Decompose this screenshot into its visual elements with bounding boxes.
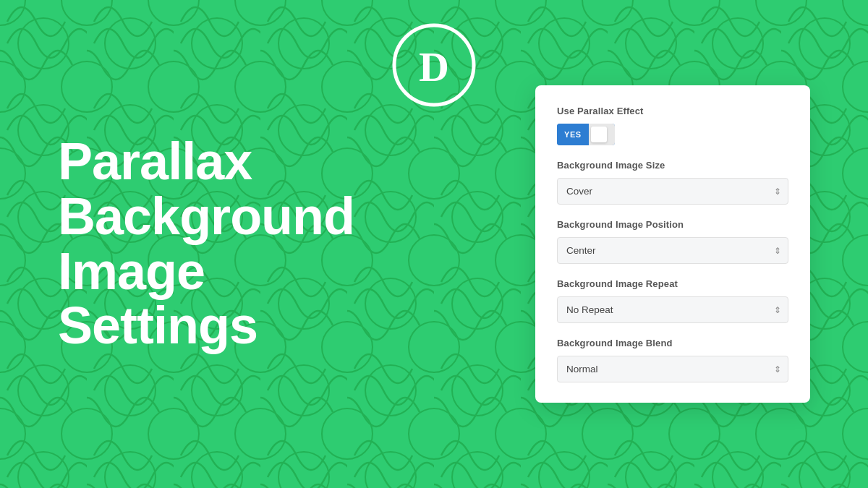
- image-repeat-label: Background Image Repeat: [557, 278, 788, 289]
- image-blend-select[interactable]: Normal Multiply Screen Overlay Darken Li…: [557, 356, 788, 382]
- image-position-select[interactable]: Center Top Left Top Center Top Right Cen…: [557, 237, 788, 264]
- title-line2: Background: [58, 187, 354, 245]
- toggle-yes-label: YES: [557, 124, 589, 145]
- left-content: Parallax Background Image Settings: [58, 134, 506, 353]
- toggle-knob: [591, 127, 607, 142]
- svg-text:D: D: [419, 43, 449, 90]
- main-title: Parallax Background Image Settings: [58, 134, 506, 353]
- image-repeat-wrapper: No Repeat Repeat Repeat-X Repeat-Y Space…: [557, 296, 788, 323]
- image-blend-wrapper: Normal Multiply Screen Overlay Darken Li…: [557, 356, 788, 382]
- image-position-wrapper: Center Top Left Top Center Top Right Cen…: [557, 237, 788, 264]
- title-line4: Settings: [58, 296, 258, 354]
- image-size-section: Background Image Size Cover Contain Auto…: [557, 160, 788, 205]
- image-size-label: Background Image Size: [557, 160, 788, 171]
- divi-logo: D: [391, 22, 477, 108]
- parallax-section: Use Parallax Effect YES: [557, 106, 788, 145]
- toggle-slider[interactable]: [589, 124, 615, 145]
- image-position-section: Background Image Position Center Top Lef…: [557, 219, 788, 264]
- parallax-label: Use Parallax Effect: [557, 106, 788, 116]
- image-size-select[interactable]: Cover Contain Auto: [557, 178, 788, 205]
- image-blend-label: Background Image Blend: [557, 338, 788, 348]
- image-blend-section: Background Image Blend Normal Multiply S…: [557, 338, 788, 382]
- image-position-label: Background Image Position: [557, 219, 788, 230]
- image-size-wrapper: Cover Contain Auto ⇕: [557, 178, 788, 205]
- title-line3: Image: [58, 242, 205, 300]
- main-background: D Parallax Background Image Settings Use…: [0, 0, 868, 488]
- image-repeat-select[interactable]: No Repeat Repeat Repeat-X Repeat-Y Space…: [557, 296, 788, 323]
- settings-panel: Use Parallax Effect YES Background Image…: [535, 85, 810, 403]
- image-repeat-section: Background Image Repeat No Repeat Repeat…: [557, 278, 788, 323]
- parallax-toggle[interactable]: YES: [557, 124, 615, 145]
- title-line1: Parallax: [58, 132, 252, 190]
